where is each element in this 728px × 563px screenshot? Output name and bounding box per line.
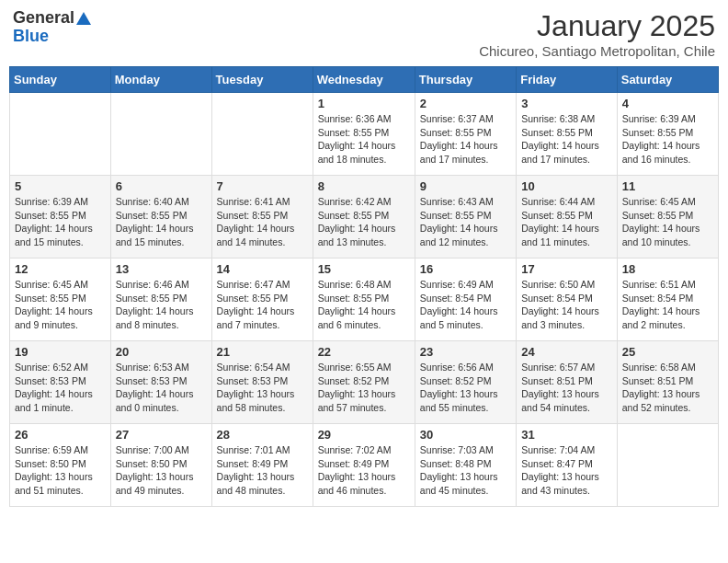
weekday-header-thursday: Thursday bbox=[415, 67, 516, 93]
svg-marker-0 bbox=[76, 12, 91, 25]
day-info: Sunrise: 6:47 AM Sunset: 8:55 PM Dayligh… bbox=[217, 278, 308, 332]
day-info: Sunrise: 6:56 AM Sunset: 8:52 PM Dayligh… bbox=[420, 361, 511, 415]
weekday-header-saturday: Saturday bbox=[617, 67, 718, 93]
calendar-cell bbox=[617, 424, 718, 507]
weekday-header-wednesday: Wednesday bbox=[313, 67, 415, 93]
day-number: 13 bbox=[116, 262, 207, 276]
calendar-week-5: 26Sunrise: 6:59 AM Sunset: 8:50 PM Dayli… bbox=[10, 424, 719, 507]
calendar-week-2: 5Sunrise: 6:39 AM Sunset: 8:55 PM Daylig… bbox=[10, 176, 719, 259]
day-number: 9 bbox=[420, 179, 511, 193]
calendar-cell: 16Sunrise: 6:49 AM Sunset: 8:54 PM Dayli… bbox=[415, 259, 516, 341]
day-info: Sunrise: 6:46 AM Sunset: 8:55 PM Dayligh… bbox=[116, 278, 207, 332]
location: Chicureo, Santiago Metropolitan, Chile bbox=[479, 43, 715, 59]
day-number: 31 bbox=[521, 428, 612, 442]
calendar-cell: 27Sunrise: 7:00 AM Sunset: 8:50 PM Dayli… bbox=[110, 424, 211, 507]
calendar-cell: 10Sunrise: 6:44 AM Sunset: 8:55 PM Dayli… bbox=[517, 176, 618, 259]
calendar-cell: 2Sunrise: 6:37 AM Sunset: 8:55 PM Daylig… bbox=[415, 93, 516, 176]
day-number: 22 bbox=[318, 345, 410, 359]
calendar-cell bbox=[110, 93, 211, 176]
day-number: 4 bbox=[622, 97, 713, 110]
day-info: Sunrise: 7:00 AM Sunset: 8:50 PM Dayligh… bbox=[116, 443, 207, 498]
weekday-header-sunday: Sunday bbox=[10, 67, 111, 93]
logo-triangle-icon bbox=[75, 10, 92, 27]
calendar-cell: 9Sunrise: 6:43 AM Sunset: 8:55 PM Daylig… bbox=[415, 176, 516, 259]
calendar-cell: 26Sunrise: 6:59 AM Sunset: 8:50 PM Dayli… bbox=[10, 424, 111, 507]
day-info: Sunrise: 6:44 AM Sunset: 8:55 PM Dayligh… bbox=[521, 195, 612, 249]
day-number: 20 bbox=[116, 345, 207, 359]
day-info: Sunrise: 7:01 AM Sunset: 8:49 PM Dayligh… bbox=[217, 443, 308, 498]
calendar-cell: 12Sunrise: 6:45 AM Sunset: 8:55 PM Dayli… bbox=[10, 259, 111, 341]
day-number: 30 bbox=[420, 428, 511, 442]
day-info: Sunrise: 7:02 AM Sunset: 8:49 PM Dayligh… bbox=[318, 443, 410, 498]
day-info: Sunrise: 7:04 AM Sunset: 8:47 PM Dayligh… bbox=[521, 443, 612, 498]
logo: General Blue bbox=[13, 9, 92, 46]
day-number: 24 bbox=[521, 345, 612, 359]
calendar-cell: 4Sunrise: 6:39 AM Sunset: 8:55 PM Daylig… bbox=[617, 93, 718, 176]
weekday-header-friday: Friday bbox=[517, 67, 618, 93]
calendar-cell: 14Sunrise: 6:47 AM Sunset: 8:55 PM Dayli… bbox=[211, 259, 313, 341]
day-info: Sunrise: 6:39 AM Sunset: 8:55 PM Dayligh… bbox=[622, 112, 713, 167]
day-info: Sunrise: 6:43 AM Sunset: 8:55 PM Dayligh… bbox=[420, 195, 511, 249]
day-number: 16 bbox=[420, 262, 511, 276]
logo-blue-text: Blue bbox=[13, 28, 49, 46]
calendar-cell: 19Sunrise: 6:52 AM Sunset: 8:53 PM Dayli… bbox=[10, 341, 111, 424]
weekday-header-tuesday: Tuesday bbox=[211, 67, 313, 93]
calendar-cell bbox=[211, 93, 313, 176]
day-info: Sunrise: 6:41 AM Sunset: 8:55 PM Dayligh… bbox=[217, 195, 308, 249]
day-number: 5 bbox=[15, 179, 106, 193]
calendar-cell: 18Sunrise: 6:51 AM Sunset: 8:54 PM Dayli… bbox=[617, 259, 718, 341]
day-info: Sunrise: 6:58 AM Sunset: 8:51 PM Dayligh… bbox=[622, 361, 713, 415]
calendar-cell: 25Sunrise: 6:58 AM Sunset: 8:51 PM Dayli… bbox=[617, 341, 718, 424]
day-info: Sunrise: 6:51 AM Sunset: 8:54 PM Dayligh… bbox=[622, 278, 713, 332]
calendar-week-4: 19Sunrise: 6:52 AM Sunset: 8:53 PM Dayli… bbox=[10, 341, 719, 424]
calendar-week-1: 1Sunrise: 6:36 AM Sunset: 8:55 PM Daylig… bbox=[10, 93, 719, 176]
calendar-cell: 20Sunrise: 6:53 AM Sunset: 8:53 PM Dayli… bbox=[110, 341, 211, 424]
day-info: Sunrise: 6:57 AM Sunset: 8:51 PM Dayligh… bbox=[521, 361, 612, 415]
day-info: Sunrise: 6:37 AM Sunset: 8:55 PM Dayligh… bbox=[420, 112, 511, 167]
calendar-cell: 8Sunrise: 6:42 AM Sunset: 8:55 PM Daylig… bbox=[313, 176, 415, 259]
calendar-cell: 29Sunrise: 7:02 AM Sunset: 8:49 PM Dayli… bbox=[313, 424, 415, 507]
day-number: 21 bbox=[217, 345, 308, 359]
day-info: Sunrise: 6:50 AM Sunset: 8:54 PM Dayligh… bbox=[521, 278, 612, 332]
calendar-cell: 13Sunrise: 6:46 AM Sunset: 8:55 PM Dayli… bbox=[110, 259, 211, 341]
calendar-cell: 5Sunrise: 6:39 AM Sunset: 8:55 PM Daylig… bbox=[10, 176, 111, 259]
day-number: 29 bbox=[318, 428, 410, 442]
day-info: Sunrise: 6:54 AM Sunset: 8:53 PM Dayligh… bbox=[217, 361, 308, 415]
day-info: Sunrise: 6:49 AM Sunset: 8:54 PM Dayligh… bbox=[420, 278, 511, 332]
day-info: Sunrise: 6:53 AM Sunset: 8:53 PM Dayligh… bbox=[116, 361, 207, 415]
day-number: 14 bbox=[217, 262, 308, 276]
day-info: Sunrise: 6:48 AM Sunset: 8:55 PM Dayligh… bbox=[318, 278, 410, 332]
day-number: 26 bbox=[15, 428, 106, 442]
calendar-cell: 11Sunrise: 6:45 AM Sunset: 8:55 PM Dayli… bbox=[617, 176, 718, 259]
calendar-cell: 15Sunrise: 6:48 AM Sunset: 8:55 PM Dayli… bbox=[313, 259, 415, 341]
day-number: 6 bbox=[116, 179, 207, 193]
day-info: Sunrise: 6:36 AM Sunset: 8:55 PM Dayligh… bbox=[318, 112, 410, 167]
calendar-header: SundayMondayTuesdayWednesdayThursdayFrid… bbox=[10, 67, 719, 93]
day-number: 28 bbox=[217, 428, 308, 442]
day-number: 3 bbox=[521, 97, 612, 110]
day-info: Sunrise: 6:45 AM Sunset: 8:55 PM Dayligh… bbox=[622, 195, 713, 249]
day-number: 15 bbox=[318, 262, 410, 276]
calendar-cell: 23Sunrise: 6:56 AM Sunset: 8:52 PM Dayli… bbox=[415, 341, 516, 424]
day-info: Sunrise: 6:38 AM Sunset: 8:55 PM Dayligh… bbox=[521, 112, 612, 167]
day-number: 18 bbox=[622, 262, 713, 276]
day-number: 2 bbox=[420, 97, 511, 110]
calendar-cell: 17Sunrise: 6:50 AM Sunset: 8:54 PM Dayli… bbox=[517, 259, 618, 341]
calendar-cell: 30Sunrise: 7:03 AM Sunset: 8:48 PM Dayli… bbox=[415, 424, 516, 507]
calendar-cell: 28Sunrise: 7:01 AM Sunset: 8:49 PM Dayli… bbox=[211, 424, 313, 507]
month-title: January 2025 bbox=[479, 9, 715, 43]
day-info: Sunrise: 6:52 AM Sunset: 8:53 PM Dayligh… bbox=[15, 361, 106, 415]
day-info: Sunrise: 6:40 AM Sunset: 8:55 PM Dayligh… bbox=[116, 195, 207, 249]
calendar-cell bbox=[10, 93, 111, 176]
day-info: Sunrise: 6:45 AM Sunset: 8:55 PM Dayligh… bbox=[15, 278, 106, 332]
day-number: 25 bbox=[622, 345, 713, 359]
weekday-header-monday: Monday bbox=[110, 67, 211, 93]
calendar-cell: 22Sunrise: 6:55 AM Sunset: 8:52 PM Dayli… bbox=[313, 341, 415, 424]
day-number: 27 bbox=[116, 428, 207, 442]
day-number: 7 bbox=[217, 179, 308, 193]
day-number: 12 bbox=[15, 262, 106, 276]
day-info: Sunrise: 6:39 AM Sunset: 8:55 PM Dayligh… bbox=[15, 195, 106, 249]
day-number: 11 bbox=[622, 179, 713, 193]
day-number: 8 bbox=[318, 179, 410, 193]
day-info: Sunrise: 7:03 AM Sunset: 8:48 PM Dayligh… bbox=[420, 443, 511, 498]
